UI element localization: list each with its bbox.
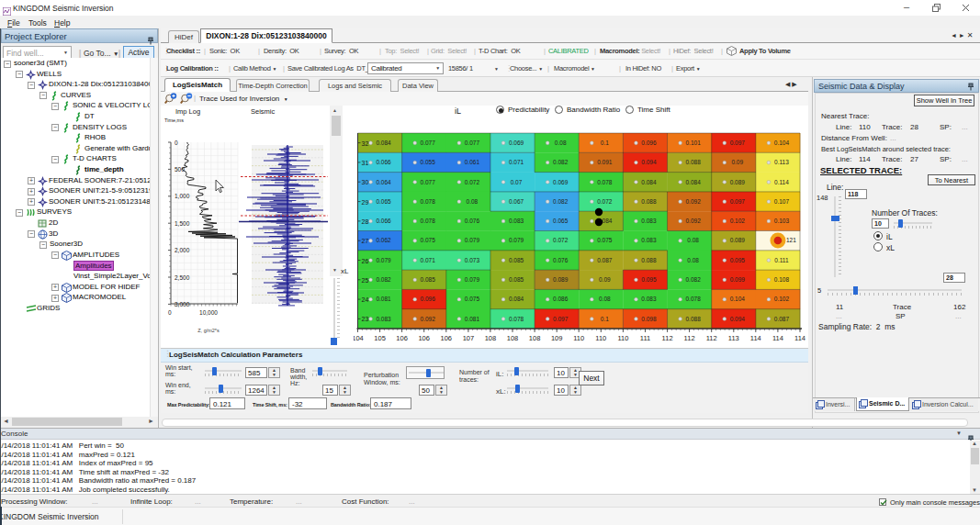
svg-text:0.089: 0.089	[730, 237, 746, 243]
svg-text:0.096: 0.096	[641, 140, 657, 146]
svg-text:0.075: 0.075	[465, 296, 480, 302]
svg-text:32: 32	[362, 140, 369, 147]
svg-text:107: 107	[463, 334, 475, 342]
svg-text:0.111: 0.111	[774, 257, 789, 263]
svg-text:0.097: 0.097	[730, 140, 746, 146]
svg-text:0.077: 0.077	[421, 179, 436, 185]
svg-text:0.082: 0.082	[376, 276, 391, 283]
svg-text:0.1: 0.1	[601, 316, 609, 322]
svg-text:0.097: 0.097	[730, 198, 746, 205]
svg-text:0.095: 0.095	[730, 257, 746, 263]
svg-text:0.076: 0.076	[465, 218, 480, 224]
svg-text:1,000: 1,000	[175, 193, 190, 199]
svg-text:26: 26	[362, 258, 369, 264]
svg-text:0.096: 0.096	[421, 296, 436, 302]
svg-text:0.083: 0.083	[509, 218, 524, 224]
svg-text:0.083: 0.083	[641, 296, 657, 302]
svg-text:121: 121	[786, 237, 796, 243]
svg-text:0.104: 0.104	[730, 296, 746, 302]
svg-text:0.098: 0.098	[641, 316, 657, 322]
svg-text:10,000: 10,000	[199, 309, 218, 316]
svg-text:500: 500	[175, 166, 185, 173]
svg-text:0.076: 0.076	[553, 257, 569, 263]
svg-text:0.1: 0.1	[601, 140, 609, 146]
svg-text:0.087: 0.087	[597, 257, 613, 263]
svg-text:0.082: 0.082	[685, 276, 701, 283]
svg-text:0.092: 0.092	[421, 316, 436, 322]
svg-text:0.055: 0.055	[421, 159, 436, 165]
svg-text:0.079: 0.079	[376, 257, 391, 263]
svg-text:0.067: 0.067	[509, 198, 524, 205]
svg-text:0.092: 0.092	[685, 198, 701, 205]
svg-text:0.071: 0.071	[421, 257, 436, 263]
svg-text:0.071: 0.071	[509, 159, 524, 165]
svg-text:0.083: 0.083	[641, 237, 657, 243]
svg-text:0.088: 0.088	[641, 257, 657, 263]
svg-text:0.072: 0.072	[597, 198, 613, 205]
svg-text:0.085: 0.085	[421, 276, 436, 283]
svg-text:0.089: 0.089	[553, 276, 569, 283]
svg-text:Imp Log: Imp Log	[175, 107, 200, 116]
svg-text:0.102: 0.102	[730, 218, 746, 224]
svg-text:2,000: 2,000	[175, 247, 190, 253]
svg-text:0.099: 0.099	[730, 276, 746, 283]
svg-text:0.081: 0.081	[465, 316, 480, 322]
svg-text:109: 109	[551, 334, 563, 342]
svg-text:0.065: 0.065	[376, 198, 391, 205]
svg-text:0.114: 0.114	[774, 179, 789, 185]
svg-text:0.066: 0.066	[376, 159, 391, 165]
svg-text:0.084: 0.084	[376, 140, 391, 146]
svg-text:24: 24	[362, 296, 369, 303]
svg-text:23: 23	[362, 316, 369, 322]
svg-text:110: 110	[617, 334, 628, 342]
svg-text:0.08: 0.08	[687, 257, 699, 263]
svg-text:0.091: 0.091	[597, 159, 613, 165]
svg-text:0.077: 0.077	[465, 140, 480, 146]
svg-text:0.081: 0.081	[376, 296, 391, 302]
svg-text:0.062: 0.062	[376, 237, 391, 243]
svg-text:0.102: 0.102	[774, 296, 790, 302]
svg-text:112: 112	[662, 334, 673, 342]
svg-text:0.075: 0.075	[597, 237, 613, 243]
svg-text:0.079: 0.079	[465, 276, 480, 283]
svg-text:0.069: 0.069	[553, 179, 569, 185]
svg-text:0.089: 0.089	[730, 179, 746, 185]
svg-text:0.065: 0.065	[553, 218, 569, 224]
svg-text:0.088: 0.088	[685, 159, 701, 165]
svg-text:0.077: 0.077	[421, 140, 436, 146]
svg-text:Time,ms: Time,ms	[164, 117, 184, 123]
svg-text:1,500: 1,500	[175, 220, 190, 227]
svg-text:0.113: 0.113	[774, 159, 789, 165]
svg-text:0.084: 0.084	[641, 179, 657, 185]
svg-text:110: 110	[595, 334, 606, 342]
svg-text:0.08: 0.08	[687, 237, 699, 243]
svg-text:30: 30	[362, 179, 369, 185]
svg-text:0.097: 0.097	[553, 316, 569, 322]
svg-text:114: 114	[750, 334, 761, 342]
svg-text:0.085: 0.085	[509, 276, 524, 283]
svg-text:0.08: 0.08	[467, 198, 479, 205]
svg-text:0.084: 0.084	[509, 296, 524, 302]
svg-text:0.078: 0.078	[685, 296, 701, 302]
svg-text:0.095: 0.095	[641, 276, 657, 283]
svg-text:113: 113	[728, 334, 739, 342]
svg-text:0: 0	[175, 140, 178, 146]
svg-text:106: 106	[396, 334, 408, 342]
svg-text:Z, g/m2*s: Z, g/m2*s	[197, 328, 220, 333]
svg-text:112: 112	[706, 334, 717, 342]
svg-text:25: 25	[362, 277, 369, 284]
svg-text:0.108: 0.108	[774, 276, 790, 283]
svg-text:0.066: 0.066	[376, 218, 391, 224]
svg-text:0.085: 0.085	[509, 257, 524, 263]
svg-text:0.073: 0.073	[465, 257, 480, 263]
svg-text:0.083: 0.083	[376, 316, 391, 322]
svg-text:111: 111	[640, 334, 650, 342]
svg-text:0.083: 0.083	[641, 218, 657, 224]
svg-text:28: 28	[362, 218, 369, 225]
svg-text:0.103: 0.103	[774, 218, 790, 224]
svg-text:31: 31	[362, 160, 369, 166]
svg-text:0.079: 0.079	[509, 237, 524, 243]
svg-text:27: 27	[362, 238, 369, 244]
svg-text:0.082: 0.082	[553, 159, 569, 165]
svg-text:108: 108	[507, 334, 519, 342]
